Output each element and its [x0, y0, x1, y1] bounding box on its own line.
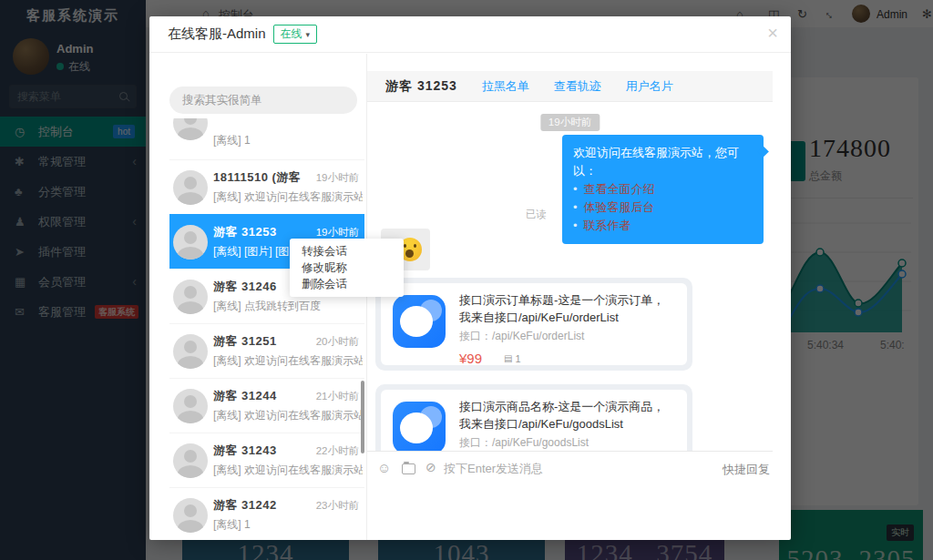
avatar — [173, 170, 208, 205]
order-api: 接口：/api/KeFu/orderList — [459, 329, 676, 344]
emoji-picker-icon[interactable]: ☺ — [377, 460, 391, 475]
user-card-link[interactable]: 用户名片 — [626, 78, 673, 95]
avatar — [173, 280, 208, 314]
backend-link[interactable]: 体验客服后台 — [584, 199, 655, 217]
online-service-modal: 在线客服-Admin 在线▾ × [离线] 1 18111510 (游客 19小… — [149, 16, 791, 540]
avatar — [173, 334, 208, 369]
context-menu: 转接会话 修改昵称 删除会话 — [290, 239, 404, 297]
list-item[interactable]: 游客 31243 22小时前 [离线] 欢迎访问在线客服演示站， — [169, 433, 364, 487]
caret-down-icon: ▾ — [306, 30, 311, 39]
avatar — [173, 225, 208, 260]
avatar — [173, 498, 208, 533]
contact-author-link[interactable]: 联系作者 — [584, 217, 631, 235]
quick-reply-link[interactable]: 快捷回复 — [723, 462, 770, 478]
order-quantity: 1 — [515, 353, 520, 364]
blacklist-link[interactable]: 拉黑名单 — [482, 78, 529, 95]
chat-app-icon — [393, 295, 446, 348]
message-input-bar: ☺ ⊘ 快捷回复 — [367, 451, 773, 540]
bullet-icon: • — [573, 180, 578, 199]
order-price: ¥99 — [459, 351, 482, 366]
list-item[interactable]: 游客 31242 23小时前 [离线] 1 — [169, 487, 364, 540]
status-dropdown[interactable]: 在线▾ — [273, 25, 318, 44]
delete-session-item[interactable]: 删除会话 — [290, 276, 404, 292]
conversation-list[interactable]: [离线] 1 18111510 (游客 19小时前 [离线] 欢迎访问在线客服演… — [169, 118, 364, 540]
conversation-search-input[interactable] — [169, 87, 357, 114]
conversation-search[interactable] — [169, 87, 357, 114]
avatar — [173, 389, 208, 423]
read-status: 已读 — [526, 208, 547, 221]
list-item[interactable]: 游客 31251 20小时前 [离线] 欢迎访问在线客服演示站， — [169, 323, 364, 378]
bullet-icon: • — [573, 199, 578, 217]
attachment-icon[interactable]: ⊘ — [425, 460, 436, 474]
welcome-message-bubble: 欢迎访问在线客服演示站，您可以： •查看全面介绍 •体验客服后台 •联系作者 — [562, 135, 764, 244]
order-card[interactable]: 接口演示订单标题-这是一个演示订单，我来自接口/api/KeFu/orderLi… — [375, 278, 692, 371]
message-area: 19小时前 欢迎访问在线客服演示站，您可以： •查看全面介绍 •体验客服后台 •… — [367, 102, 773, 451]
transfer-session-item[interactable]: 转接会话 — [290, 243, 404, 260]
list-item[interactable]: 18111510 (游客 19小时前 [离线] 欢迎访问在线客服演示站， — [169, 159, 364, 214]
visitor-name: 游客 31253 — [385, 78, 457, 95]
list-item-partial[interactable]: [离线] 1 — [169, 118, 364, 159]
image-upload-icon[interactable] — [402, 463, 415, 474]
quantity-icon: ▤ — [504, 353, 512, 363]
goods-api: 接口：/api/KeFu/goodsList — [459, 435, 676, 451]
list-scrollbar[interactable] — [361, 381, 364, 453]
rename-item[interactable]: 修改昵称 — [290, 260, 404, 276]
welcome-text: 欢迎访问在线客服演示站，您可以： — [573, 144, 753, 180]
goods-card[interactable]: 接口演示商品名称-这是一个演示商品，我来自接口/api/KeFu/goodsLi… — [375, 384, 692, 451]
bubble-tail — [757, 146, 769, 158]
view-track-link[interactable]: 查看轨迹 — [554, 78, 601, 95]
intro-link[interactable]: 查看全面介绍 — [584, 180, 655, 199]
chat-app-icon — [393, 402, 446, 451]
time-badge: 19小时前 — [540, 114, 600, 131]
chat-header: 游客 31253 拉黑名单 查看轨迹 用户名片 — [367, 71, 773, 102]
order-title: 接口演示订单标题-这是一个演示订单，我来自接口/api/KeFu/orderLi… — [459, 291, 676, 326]
list-item[interactable]: 游客 31244 21小时前 [离线] 欢迎访问在线客服演示站， — [169, 378, 364, 433]
close-icon[interactable]: × — [767, 24, 778, 42]
avatar — [173, 443, 208, 478]
goods-title: 接口演示商品名称-这是一个演示商品，我来自接口/api/KeFu/goodsLi… — [459, 398, 676, 433]
bullet-icon: • — [573, 217, 578, 235]
modal-header: 在线客服-Admin 在线▾ × — [149, 16, 791, 53]
avatar — [173, 118, 208, 140]
message-input[interactable] — [444, 458, 708, 478]
modal-title: 在线客服-Admin — [168, 25, 266, 43]
